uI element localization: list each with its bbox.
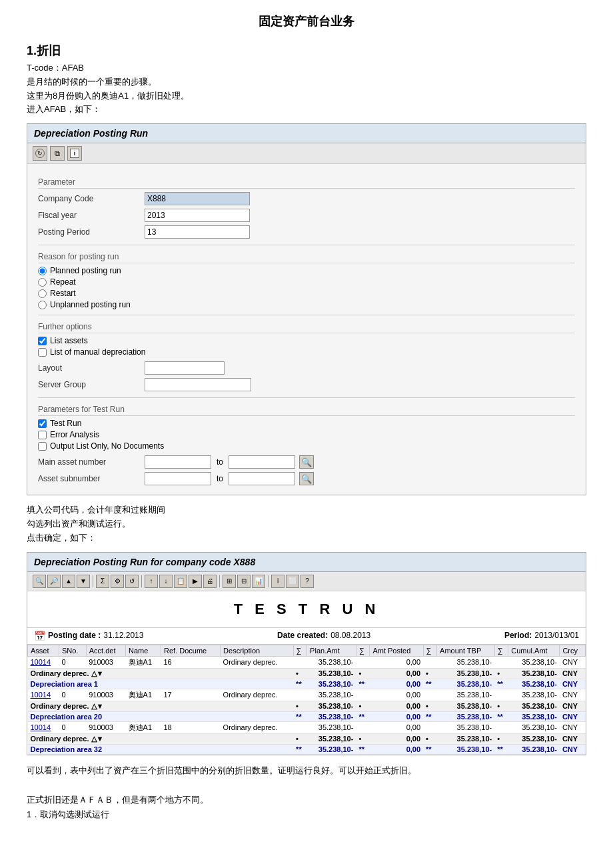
server-group-input[interactable] — [145, 378, 251, 391]
instruction-line-2: 勾选列出资产和测试运行。 — [27, 517, 586, 531]
deparea-planamt-20: 35.238,10- — [307, 711, 356, 721]
reason-repeat[interactable]: Repeat — [38, 277, 575, 287]
deparea-row-1: Depreciation area 1 ** 35.238,10- ** 0,0… — [28, 679, 586, 689]
cell-asset-2: 10014 — [28, 689, 59, 701]
error-analysis-check[interactable]: Error Analysis — [38, 430, 575, 439]
reason-planned[interactable]: Planned posting run — [38, 266, 575, 275]
posting-period-input[interactable] — [145, 225, 250, 239]
reason-unplanned[interactable]: Unplanned posting run — [38, 300, 575, 309]
cell-crcy: CNY — [560, 656, 586, 668]
tb-btn-13[interactable]: ⊞ — [223, 575, 236, 588]
date-created-item: Date created: 08.08.2013 — [277, 631, 370, 641]
cell-sum3-3 — [423, 721, 437, 733]
cell-crcy-2: CNY — [560, 689, 586, 701]
list-manual-dep-check[interactable]: List of manual depreciation — [38, 347, 575, 357]
deparea-stars2-1: ** — [356, 679, 370, 689]
cell-ref-3: 18 — [161, 721, 220, 733]
list-assets-check[interactable]: List assets — [38, 336, 575, 345]
tb-btn-3[interactable]: ▲ — [62, 575, 75, 588]
cell-cumul-3: 35.238,10- — [508, 721, 560, 733]
deparea-label-1: Depreciation area 1 — [28, 679, 294, 689]
reason-restart[interactable]: Restart — [38, 289, 575, 298]
tb-btn-16[interactable]: i — [271, 575, 285, 588]
summary-line-3: 1．取消勾选测试运行 — [27, 807, 586, 822]
cell-sum1-sub3: • — [293, 733, 307, 744]
toolbar-copy-btn[interactable]: ⧉ — [50, 146, 65, 161]
toolbar-info-btn[interactable]: i — [67, 146, 82, 161]
tb-btn-7[interactable]: ↺ — [125, 575, 139, 588]
asset-link-2[interactable]: 10014 — [31, 691, 51, 699]
test-run-checkbox[interactable] — [38, 419, 47, 428]
main-asset-to-label: to — [217, 457, 223, 467]
tb-btn-12[interactable]: 🖨 — [203, 575, 217, 588]
cell-desc-subtotal-3: Ordinary deprec. △▼ — [28, 733, 294, 744]
reason-restart-radio[interactable] — [38, 289, 47, 298]
output-list-check[interactable]: Output List Only, No Documents — [38, 441, 575, 451]
tb-btn-1[interactable]: 🔍 — [33, 575, 46, 588]
tb-icon-2: 🔎 — [50, 577, 58, 585]
deparea-amtposted-20: 0,00 — [370, 711, 423, 721]
layout-row: Layout — [38, 361, 575, 375]
deparea-stars1-1: ** — [293, 679, 307, 689]
tb-icon-17: ⬜ — [289, 577, 297, 585]
intro-line-2: 是月结的时候的一个重要的步骤。 — [27, 75, 586, 89]
list-manual-dep-checkbox[interactable] — [38, 348, 47, 357]
tb-btn-8[interactable]: ↑ — [145, 575, 158, 588]
tb-icon-8: ↑ — [150, 577, 153, 585]
cell-cumul-sub: 35.238,10- — [508, 668, 560, 679]
reason-planned-radio[interactable] — [38, 267, 47, 275]
layout-input[interactable] — [145, 361, 225, 375]
fiscal-year-input[interactable] — [145, 209, 250, 222]
output-list-checkbox[interactable] — [38, 442, 47, 451]
tb-icon-11: ▶ — [193, 577, 198, 585]
deparea-planamt-1: 35.238,10- — [307, 679, 356, 689]
asset-link-3[interactable]: 10014 — [31, 723, 51, 731]
cell-sno-2: 0 — [59, 689, 86, 701]
asset-link[interactable]: 10014 — [31, 658, 51, 666]
calendar-icon: 📅 — [34, 631, 45, 641]
asset-subnumber-to[interactable] — [229, 472, 295, 485]
tb-icon-10: 📋 — [177, 577, 185, 585]
instructions: 填入公司代码，会计年度和过账期间 勾选列出资产和测试运行。 点击确定，如下： — [27, 503, 586, 545]
company-code-label: Company Code — [38, 194, 145, 203]
tb-btn-11[interactable]: ▶ — [189, 575, 202, 588]
tb-btn-2[interactable]: 🔎 — [47, 575, 61, 588]
dep-run-panel-header: Depreciation Posting Run — [27, 124, 586, 143]
tb-btn-6[interactable]: ⚙ — [111, 575, 124, 588]
reason-unplanned-radio[interactable] — [38, 301, 47, 309]
period-item: Period: 2013/013/01 — [504, 631, 579, 641]
cell-desc-subtotal: Ordinary deprec. △▼ — [28, 668, 294, 679]
th-sum2: ∑ — [356, 645, 370, 656]
asset-subnumber-lookup-btn[interactable]: 🔍 — [299, 472, 314, 485]
tb-btn-15[interactable]: 📊 — [252, 575, 265, 588]
tb-btn-4[interactable]: ▼ — [77, 575, 90, 588]
asset-subnumber-from[interactable] — [145, 472, 211, 485]
main-asset-lookup-btn[interactable]: 🔍 — [299, 455, 314, 469]
company-code-input[interactable] — [145, 192, 250, 205]
reason-repeat-radio[interactable] — [38, 278, 47, 287]
tb-btn-18[interactable]: ? — [301, 575, 314, 588]
table-row: 10014 0 910003 奥迪A1 18 Ordinary deprec. … — [28, 721, 586, 733]
tb-btn-5[interactable]: Σ — [96, 575, 109, 588]
cell-sum3-sub3: • — [423, 733, 437, 744]
test-run-check[interactable]: Test Run — [38, 419, 575, 428]
cell-sno-3: 0 — [59, 721, 86, 733]
tb-btn-17[interactable]: ⬜ — [286, 575, 299, 588]
toolbar-circle-btn[interactable]: ↻ — [33, 146, 47, 161]
main-asset-to[interactable] — [229, 455, 295, 469]
tb-btn-9[interactable]: ↓ — [159, 575, 173, 588]
tb-btn-14[interactable]: ⊟ — [237, 575, 251, 588]
main-asset-label: Main asset number — [38, 457, 145, 467]
th-tbp: Amount TBP — [437, 645, 495, 656]
posting-info-bar: 📅 Posting date : 31.12.2013 Date created… — [27, 627, 586, 645]
error-analysis-checkbox[interactable] — [38, 431, 47, 439]
test-run-label: Test Run — [50, 419, 81, 428]
cell-tbp-sub: 35.238,10- — [437, 668, 495, 679]
tb-btn-10[interactable]: 📋 — [174, 575, 187, 588]
tb-sep-2 — [141, 575, 142, 587]
main-asset-from[interactable] — [145, 455, 211, 469]
deparea-label-20: Depreciation area 20 — [28, 711, 294, 721]
test-run-section-label: Parameters for Test Run — [38, 405, 575, 416]
th-sum1: ∑ — [293, 645, 307, 656]
list-assets-checkbox[interactable] — [38, 337, 47, 345]
